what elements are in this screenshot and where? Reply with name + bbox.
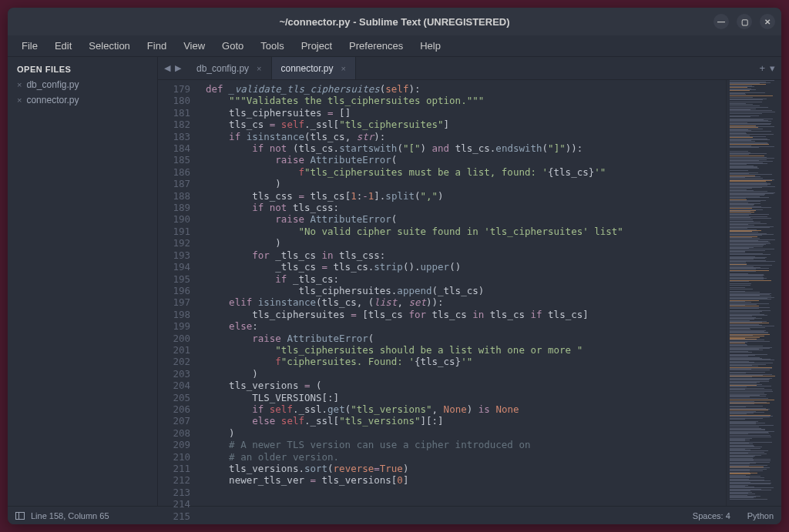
syntax-setting[interactable]: Python [747, 511, 774, 520]
window-title: ~/connector.py - Sublime Text (UNREGISTE… [279, 16, 509, 28]
nav-right-icon[interactable]: ▶ [175, 63, 181, 73]
titlebar[interactable]: ~/connector.py - Sublime Text (UNREGISTE… [8, 8, 781, 35]
file-label: connector.py [26, 95, 79, 105]
tab-db_config-py[interactable]: db_config.py× [187, 57, 272, 79]
tab-label: db_config.py [196, 63, 249, 74]
tab-close-icon[interactable]: × [341, 64, 346, 73]
menu-item-edit[interactable]: Edit [47, 38, 79, 54]
tab-label: connector.py [281, 63, 334, 74]
statusbar: Line 158, Column 65 Spaces: 4 Python [8, 506, 781, 524]
file-close-icon[interactable]: × [17, 95, 22, 105]
file-close-icon[interactable]: × [17, 80, 22, 89]
tab-connector-py[interactable]: connector.py× [272, 57, 356, 79]
maximize-button[interactable]: ▢ [737, 14, 752, 29]
editor-panel: ◀ ▶ db_config.py×connector.py× + ▾ 179 1… [158, 57, 781, 506]
menu-item-view[interactable]: View [176, 38, 213, 54]
tab-close-icon[interactable]: × [257, 64, 261, 73]
minimize-button[interactable]: — [713, 14, 729, 29]
menu-item-find[interactable]: Find [139, 38, 174, 54]
menu-item-help[interactable]: Help [412, 38, 448, 54]
file-label: db_config.py [26, 79, 79, 90]
open-file-item[interactable]: ×db_config.py [8, 77, 157, 92]
minimap[interactable] [726, 80, 781, 506]
tab-extras: + ▾ [759, 57, 781, 79]
nav-left-icon[interactable]: ◀ [164, 63, 170, 73]
panel-toggle-icon[interactable] [15, 512, 25, 520]
tab-nav: ◀ ▶ [158, 57, 187, 79]
menu-item-selection[interactable]: Selection [81, 38, 137, 54]
menubar: FileEditSelectionFindViewGotoToolsProjec… [8, 35, 781, 57]
gutter: 179 180 181 182 183 184 185 186 187 188 … [158, 80, 198, 506]
menu-item-preferences[interactable]: Preferences [341, 38, 411, 54]
body-area: OPEN FILES ×db_config.py×connector.py ◀ … [8, 57, 781, 506]
menu-item-project[interactable]: Project [294, 38, 340, 54]
new-tab-icon[interactable]: + [759, 62, 765, 74]
tab-menu-icon[interactable]: ▾ [770, 62, 775, 74]
indent-setting[interactable]: Spaces: 4 [693, 511, 730, 520]
tab-row: ◀ ▶ db_config.py×connector.py× + ▾ [158, 57, 781, 80]
code-area[interactable]: 179 180 181 182 183 184 185 186 187 188 … [158, 80, 781, 506]
code-content[interactable]: def _validate_tls_ciphersuites(self): ""… [198, 80, 726, 506]
sidebar: OPEN FILES ×db_config.py×connector.py [8, 57, 158, 506]
menu-item-file[interactable]: File [14, 38, 45, 54]
app-window: ~/connector.py - Sublime Text (UNREGISTE… [8, 8, 781, 524]
close-button[interactable]: ✕ [760, 14, 775, 29]
menu-item-tools[interactable]: Tools [253, 38, 291, 54]
cursor-position[interactable]: Line 158, Column 65 [31, 511, 109, 520]
menu-item-goto[interactable]: Goto [214, 38, 251, 54]
window-controls: — ▢ ✕ [713, 14, 775, 29]
open-files-header: OPEN FILES [8, 62, 157, 77]
open-file-item[interactable]: ×connector.py [8, 92, 157, 108]
